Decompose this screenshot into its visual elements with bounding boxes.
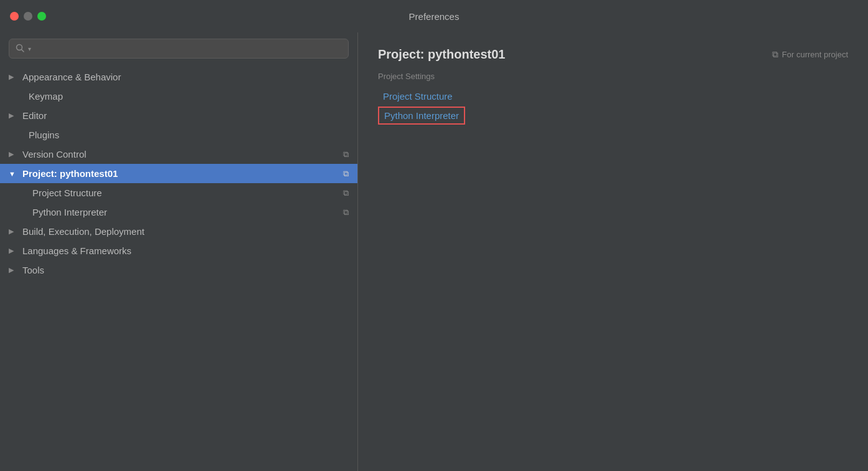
- expand-arrow-icon: ▶: [9, 227, 17, 236]
- expand-arrow-icon: ▶: [9, 150, 17, 158]
- sidebar-item-label: Plugins: [29, 130, 349, 140]
- sidebar-item-project[interactable]: ▼ Project: pythontest01 ⧉: [0, 164, 357, 183]
- project-structure-link[interactable]: Project Structure: [378, 88, 458, 104]
- title-bar: Preferences: [0, 0, 868, 32]
- project-settings-label: Project Settings: [378, 72, 848, 81]
- nav-list: ▶ Appearance & Behavior Keymap ▶ Editor …: [0, 65, 357, 471]
- expand-arrow-icon: ▼: [9, 170, 17, 178]
- main-content: ▾ ▶ Appearance & Behavior Keymap ▶ Edito…: [0, 32, 868, 471]
- sidebar-item-tools[interactable]: ▶ Tools: [0, 260, 357, 280]
- sidebar-item-label: Build, Execution, Deployment: [22, 226, 349, 237]
- sidebar-item-label: Project: pythontest01: [22, 168, 338, 179]
- sidebar-item-label: Languages & Frameworks: [22, 245, 349, 256]
- expand-arrow-icon: ▶: [9, 247, 17, 255]
- python-interpreter-link[interactable]: Python Interpreter: [378, 107, 465, 125]
- close-button[interactable]: [10, 12, 19, 21]
- expand-arrow-icon: ▶: [9, 266, 17, 274]
- settings-links: Project Structure Python Interpreter: [378, 88, 848, 125]
- copy-icon: ⧉: [343, 150, 349, 159]
- sidebar-item-plugins[interactable]: Plugins: [0, 125, 357, 145]
- sidebar-item-label: Version Control: [22, 149, 338, 159]
- for-current-project: ⧉ For current project: [772, 49, 848, 60]
- panel-header: Project: pythontest01 ⧉ For current proj…: [378, 47, 848, 62]
- search-dropdown-icon[interactable]: ▾: [28, 45, 31, 52]
- search-icon: [16, 44, 24, 54]
- sidebar-item-python-interpreter[interactable]: Python Interpreter ⧉: [0, 202, 357, 222]
- copy-small-icon: ⧉: [772, 49, 778, 60]
- expand-arrow-icon: ▶: [9, 112, 17, 120]
- minimize-button[interactable]: [24, 12, 32, 21]
- sidebar-item-label: Project Structure: [32, 188, 338, 198]
- maximize-button[interactable]: [37, 12, 46, 21]
- for-current-project-label: For current project: [782, 50, 848, 59]
- window-title: Preferences: [409, 11, 460, 22]
- svg-line-1: [22, 49, 24, 52]
- sidebar-item-version-control[interactable]: ▶ Version Control ⧉: [0, 145, 357, 164]
- copy-icon: ⧉: [343, 169, 349, 179]
- sidebar-item-languages-frameworks[interactable]: ▶ Languages & Frameworks: [0, 241, 357, 260]
- sidebar-item-build-execution[interactable]: ▶ Build, Execution, Deployment: [0, 222, 357, 241]
- sidebar: ▾ ▶ Appearance & Behavior Keymap ▶ Edito…: [0, 32, 358, 471]
- traffic-lights: [10, 12, 46, 21]
- sidebar-item-keymap[interactable]: Keymap: [0, 87, 357, 106]
- copy-icon: ⧉: [343, 188, 349, 198]
- expand-arrow-icon: ▶: [9, 73, 17, 81]
- sidebar-item-label: Keymap: [29, 91, 349, 102]
- sidebar-item-editor[interactable]: ▶ Editor: [0, 106, 357, 125]
- sidebar-item-label: Python Interpreter: [32, 207, 338, 217]
- sidebar-item-project-structure[interactable]: Project Structure ⧉: [0, 183, 357, 202]
- copy-icon: ⧉: [343, 207, 349, 217]
- sidebar-item-label: Editor: [22, 110, 349, 121]
- panel-project-title: Project: pythontest01: [378, 47, 505, 62]
- sidebar-item-label: Tools: [22, 265, 349, 275]
- preferences-window: Preferences ▾: [0, 0, 868, 471]
- search-box[interactable]: ▾: [9, 39, 349, 59]
- sidebar-item-label: Appearance & Behavior: [22, 72, 349, 82]
- sidebar-item-appearance-behavior[interactable]: ▶ Appearance & Behavior: [0, 67, 357, 87]
- search-container: ▾: [0, 32, 357, 65]
- right-panel: Project: pythontest01 ⧉ For current proj…: [358, 32, 868, 471]
